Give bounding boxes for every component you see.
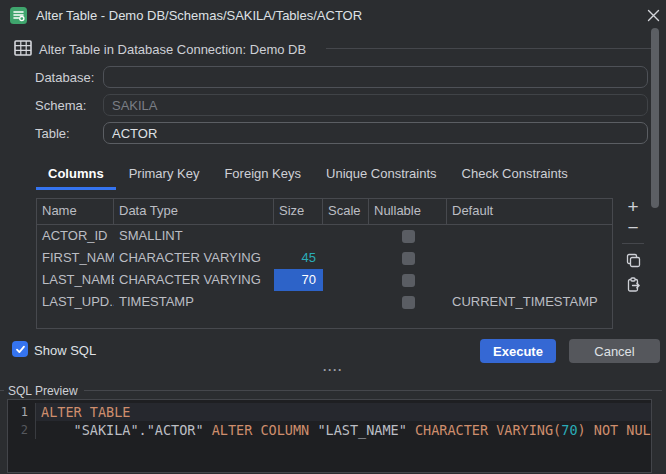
column-header-name[interactable]: Name	[37, 199, 114, 224]
tab-bar: Columns Primary Key Foreign Keys Unique …	[36, 161, 581, 190]
sql-token	[586, 422, 594, 438]
sql-group-line-right	[84, 390, 662, 391]
remove-column-icon[interactable]: −	[627, 217, 638, 238]
close-icon[interactable]	[643, 5, 663, 25]
sql-code: ALTER TABLE	[36, 403, 651, 421]
nullable-checkbox[interactable]	[402, 252, 415, 265]
tab-check-constraints[interactable]: Check Constraints	[450, 161, 580, 190]
show-sql-checkbox[interactable]	[12, 341, 28, 357]
sql-token: "LAST_NAME"	[317, 422, 406, 438]
cell-size[interactable]	[274, 291, 323, 313]
sql-editor[interactable]: 1ALTER TABLE2 "SAKILA"."ACTOR" ALTER COL…	[7, 399, 652, 473]
show-sql-label: Show SQL	[34, 343, 96, 358]
schema-label: Schema:	[35, 98, 86, 113]
sql-token	[41, 422, 74, 438]
cell-name[interactable]: LAST_NAME	[37, 269, 114, 291]
table-row: ACTOR_IDSMALLINT	[37, 225, 612, 247]
cell-scale[interactable]	[323, 291, 369, 313]
sql-token: ALTER TABLE	[41, 404, 130, 420]
cell-nullable	[369, 291, 447, 313]
cell-name[interactable]: ACTOR_ID	[37, 225, 114, 247]
table-input[interactable]	[103, 122, 648, 144]
sql-line: 2 "SAKILA"."ACTOR" ALTER COLUMN "LAST_NA…	[8, 421, 651, 439]
tab-foreign-keys[interactable]: Foreign Keys	[212, 161, 313, 190]
sql-token: )	[578, 422, 586, 438]
table-header-row: NameData TypeSizeScaleNullableDefault	[37, 199, 612, 225]
cell-nullable	[369, 247, 447, 269]
cell-scale[interactable]	[323, 269, 369, 291]
database-label: Database:	[35, 70, 94, 85]
alter-table-app-icon	[10, 7, 27, 24]
column-header-data-type[interactable]: Data Type	[114, 199, 274, 224]
tab-unique-constraints[interactable]: Unique Constraints	[314, 161, 449, 190]
group-header-label: Alter Table in Database Connection: Demo…	[39, 42, 306, 57]
cell-nullable	[369, 269, 447, 291]
cell-size[interactable]: 70	[274, 269, 323, 291]
table-row: FIRST_NAMECHARACTER VARYING45	[37, 247, 612, 269]
paste-icon[interactable]	[626, 277, 641, 296]
table-label: Table:	[35, 126, 70, 141]
sql-line: 1ALTER TABLE	[8, 403, 651, 421]
table-row: LAST_UPD...TIMESTAMPCURRENT_TIMESTAMP	[37, 291, 612, 313]
cancel-button[interactable]: Cancel	[569, 339, 660, 363]
tab-primary-key[interactable]: Primary Key	[117, 161, 212, 190]
line-number: 2	[8, 421, 36, 439]
cell-default[interactable]	[447, 225, 612, 247]
splitter-drag-handle[interactable]: ····	[0, 364, 666, 376]
cell-scale[interactable]	[323, 247, 369, 269]
sql-preview-label: SQL Preview	[8, 384, 78, 398]
column-header-default[interactable]: Default	[447, 199, 612, 224]
tab-columns[interactable]: Columns	[36, 161, 116, 190]
nullable-checkbox[interactable]	[402, 274, 415, 287]
cell-data-type[interactable]: CHARACTER VARYING	[114, 269, 274, 291]
sql-token: CHARACTER VARYING	[415, 422, 553, 438]
nullable-checkbox[interactable]	[402, 296, 415, 309]
table-body: ACTOR_IDSMALLINTFIRST_NAMECHARACTER VARY…	[37, 225, 612, 313]
copy-icon[interactable]	[626, 253, 641, 271]
toolbar-divider	[622, 243, 644, 244]
table-grid-icon	[13, 38, 33, 58]
cell-default[interactable]	[447, 247, 612, 269]
sql-token	[407, 422, 415, 438]
column-header-size[interactable]: Size	[274, 199, 323, 224]
database-input[interactable]	[103, 66, 648, 88]
cell-default[interactable]	[447, 269, 612, 291]
vertical-scrollbar-thumb[interactable]	[651, 28, 659, 208]
sql-token: "SAKILA"."ACTOR"	[74, 422, 204, 438]
sql-code: "SAKILA"."ACTOR" ALTER COLUMN "LAST_NAME…	[36, 421, 652, 439]
nullable-checkbox[interactable]	[402, 230, 415, 243]
sql-token: NOT NULL	[594, 422, 652, 438]
add-column-icon[interactable]: +	[627, 196, 638, 217]
cell-size[interactable]	[274, 225, 323, 247]
group-divider-line	[326, 48, 652, 49]
execute-button[interactable]: Execute	[480, 339, 556, 363]
sql-editor-lines: 1ALTER TABLE2 "SAKILA"."ACTOR" ALTER COL…	[8, 403, 651, 439]
titlebar: Alter Table - Demo DB/Schemas/SAKILA/Tab…	[0, 0, 666, 30]
alter-table-dialog: { "window": { "title": "Alter Table - De…	[0, 0, 666, 474]
cell-name[interactable]: LAST_UPD...	[37, 291, 114, 313]
table-toolbar: + −	[618, 196, 648, 299]
cell-scale[interactable]	[323, 225, 369, 247]
cell-nullable	[369, 225, 447, 247]
columns-table: NameData TypeSizeScaleNullableDefault AC…	[36, 198, 613, 329]
sql-group-line-left	[0, 390, 4, 391]
check-icon	[15, 344, 26, 355]
cell-data-type[interactable]: TIMESTAMP	[114, 291, 274, 313]
table-row: LAST_NAMECHARACTER VARYING70	[37, 269, 612, 291]
column-header-scale[interactable]: Scale	[323, 199, 369, 224]
sql-token: ALTER COLUMN	[212, 422, 310, 438]
sql-token: 70	[561, 422, 577, 438]
window-title: Alter Table - Demo DB/Schemas/SAKILA/Tab…	[36, 8, 362, 23]
cell-size[interactable]: 45	[274, 247, 323, 269]
schema-input	[103, 94, 648, 116]
cell-name[interactable]: FIRST_NAME	[37, 247, 114, 269]
cell-data-type[interactable]: CHARACTER VARYING	[114, 247, 274, 269]
cell-data-type[interactable]: SMALLINT	[114, 225, 274, 247]
sql-token	[204, 422, 212, 438]
column-header-nullable[interactable]: Nullable	[369, 199, 447, 224]
line-number: 1	[8, 403, 36, 421]
cell-default[interactable]: CURRENT_TIMESTAMP	[447, 291, 612, 313]
